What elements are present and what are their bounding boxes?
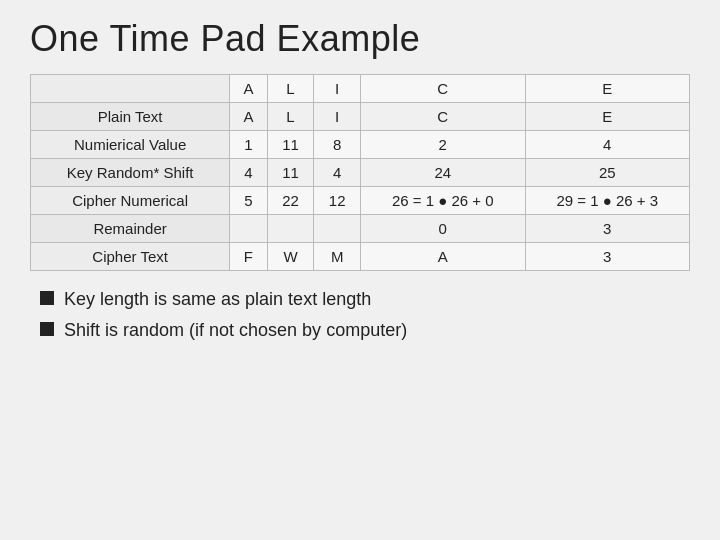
bullet-item: Shift is random (if not chosen by comput… bbox=[40, 318, 690, 343]
table-cell: W bbox=[267, 243, 314, 271]
row-label: Plain Text bbox=[31, 103, 230, 131]
table-header-col: E bbox=[525, 75, 690, 103]
table-cell bbox=[314, 215, 361, 243]
table-cell: I bbox=[314, 103, 361, 131]
table-cell bbox=[267, 215, 314, 243]
table-cell: F bbox=[230, 243, 267, 271]
table-row: Cipher Numerical5221226 = 1 ● 26 + 029 =… bbox=[31, 187, 690, 215]
table-header-col: I bbox=[314, 75, 361, 103]
bullet-icon bbox=[40, 291, 54, 305]
table-cell: A bbox=[230, 103, 267, 131]
row-label: Cipher Numerical bbox=[31, 187, 230, 215]
table-cell: 3 bbox=[525, 243, 690, 271]
table-cell: 25 bbox=[525, 159, 690, 187]
table-cell: L bbox=[267, 103, 314, 131]
table-header-label bbox=[31, 75, 230, 103]
table-cell: 24 bbox=[361, 159, 525, 187]
row-label: Remainder bbox=[31, 215, 230, 243]
page: One Time Pad Example ALICEPlain TextALIC… bbox=[0, 0, 720, 540]
table-cell: 4 bbox=[314, 159, 361, 187]
bullet-item: Key length is same as plain text length bbox=[40, 287, 690, 312]
table-header-col: L bbox=[267, 75, 314, 103]
table-cell: A bbox=[361, 243, 525, 271]
bullet-icon bbox=[40, 322, 54, 336]
table-cell: 4 bbox=[525, 131, 690, 159]
bullet-list: Key length is same as plain text lengthS… bbox=[30, 287, 690, 343]
table-cell bbox=[230, 215, 267, 243]
table-cell: 5 bbox=[230, 187, 267, 215]
table-cell: 0 bbox=[361, 215, 525, 243]
row-label: Numierical Value bbox=[31, 131, 230, 159]
table-cell: 4 bbox=[230, 159, 267, 187]
table-row: Remainder03 bbox=[31, 215, 690, 243]
table-cell: 11 bbox=[267, 131, 314, 159]
bullet-text: Shift is random (if not chosen by comput… bbox=[64, 318, 407, 343]
table-cell: M bbox=[314, 243, 361, 271]
table-cell: C bbox=[361, 103, 525, 131]
table-cell: 2 bbox=[361, 131, 525, 159]
table-cell: 26 = 1 ● 26 + 0 bbox=[361, 187, 525, 215]
table-row: Numierical Value111824 bbox=[31, 131, 690, 159]
table-row: Cipher TextFWMA3 bbox=[31, 243, 690, 271]
table-cell: 22 bbox=[267, 187, 314, 215]
table-cell: 12 bbox=[314, 187, 361, 215]
table-wrap: ALICEPlain TextALICENumierical Value1118… bbox=[30, 74, 690, 271]
table-cell: 8 bbox=[314, 131, 361, 159]
table-cell: E bbox=[525, 103, 690, 131]
table-cell: 29 = 1 ● 26 + 3 bbox=[525, 187, 690, 215]
table-cell: 3 bbox=[525, 215, 690, 243]
table-cell: 1 bbox=[230, 131, 267, 159]
bullet-text: Key length is same as plain text length bbox=[64, 287, 371, 312]
table-row: Key Random* Shift41142425 bbox=[31, 159, 690, 187]
row-label: Key Random* Shift bbox=[31, 159, 230, 187]
page-title: One Time Pad Example bbox=[30, 18, 690, 60]
otp-table: ALICEPlain TextALICENumierical Value1118… bbox=[30, 74, 690, 271]
table-header-col: A bbox=[230, 75, 267, 103]
table-row: Plain TextALICE bbox=[31, 103, 690, 131]
row-label: Cipher Text bbox=[31, 243, 230, 271]
table-header-col: C bbox=[361, 75, 525, 103]
table-cell: 11 bbox=[267, 159, 314, 187]
